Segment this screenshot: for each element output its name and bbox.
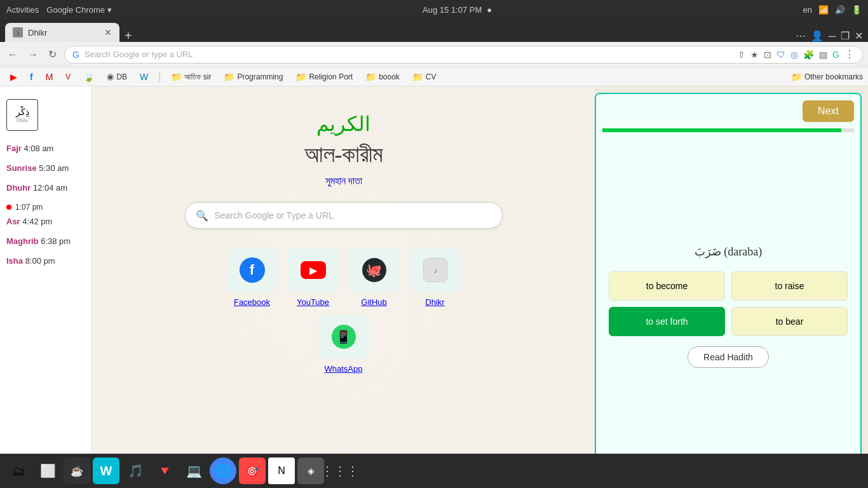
next-button[interactable]: Next [803,100,854,122]
programming-label: Programming [237,72,283,81]
system-bar: Activities Google Chrome ▾ Aug 15 1:07 P… [0,0,868,19]
search-input[interactable]: Search Google or Type a URL [215,210,334,220]
facebook-label: Facebook [234,297,270,307]
taskbar-unity[interactable]: ◈ [297,458,324,484]
tab-close-button[interactable]: ✕ [104,27,112,37]
new-tab-button[interactable]: + [125,29,132,42]
current-time-marker: 1:07 pm [6,203,85,212]
url-bar-icons: ⇧ ★ ⊡ 🛡 ◎ 🧩 ▤ G ⋮ [738,48,855,60]
quiz-panel: Next ضَرَبَ (daraba) to become to raise … [595,93,862,482]
youtube-shortcut-icon: ▶ [288,248,339,292]
bookmark-youtube[interactable]: ▶ [5,71,22,83]
bookmark-facebook[interactable]: f [25,71,38,83]
facebook-bm-icon: f [30,72,33,82]
shortcut-youtube[interactable]: ▶ YouTube [288,248,339,307]
option-raise[interactable]: to raise [731,271,848,301]
option-bear[interactable]: to bear [731,307,848,336]
reload-button[interactable]: ↻ [46,46,59,63]
sidebar-icon[interactable]: ▤ [819,50,827,60]
option-set-forth[interactable]: to set forth [609,307,725,336]
active-tab[interactable]: ذ Dhikr ✕ [5,23,119,42]
bookmark5-icon: 🍃 [83,72,94,82]
close-button[interactable]: ✕ [855,30,863,42]
folder-cv-icon: 📁 [412,72,423,82]
google-logo-icon: G [72,50,79,60]
window-controls: ⋯ 👤 ─ ❐ ✕ [796,30,863,42]
star-icon[interactable]: ★ [750,50,759,60]
read-hadith-button[interactable]: Read Hadith [688,346,769,368]
shortcut-whatsapp[interactable]: 📱 WhatsApp [318,315,369,374]
folder-programming-icon: 📁 [224,72,234,82]
taskbar-grid[interactable]: ⋮⋮⋮ [327,458,353,484]
share-icon[interactable]: ⇧ [738,50,745,60]
minimize-button[interactable]: ─ [829,30,836,42]
taskbar-chrome[interactable]: 🌐 [210,458,236,484]
bookmark-atif[interactable]: 📁 আতিফ sir [166,71,216,83]
system-bar-center: Aug 15 1:07 PM ● [423,5,492,15]
tab-title: Dhikr [28,28,47,37]
religion-label: Religion Port [309,72,353,81]
taskbar-vscode[interactable]: 💻 [180,458,207,484]
taskbar-notion[interactable]: N [268,458,295,484]
shortcut-dhikr[interactable]: ذ Dhikr [410,248,461,307]
forward-button[interactable]: → [25,46,41,63]
activities-label[interactable]: Activities [6,5,39,15]
folder-religion-icon: 📁 [295,72,306,82]
address-bar: ← → ↻ G Search Google or type a URL ⇧ ★ … [0,42,868,67]
bookmark-wp[interactable]: W [135,71,153,83]
shortcuts-row2: 📱 WhatsApp [318,315,369,374]
bookmark-cv[interactable]: 📁 CV [407,71,442,83]
shield-icon: 🛡 [776,50,785,60]
current-time-dot [6,205,11,210]
taskbar-brand[interactable]: 🎯 [239,458,266,484]
extension-icon[interactable]: 🧩 [803,50,814,60]
volume-icon: 🔊 [835,5,845,15]
github-label: GitHub [361,297,386,307]
url-text[interactable]: Search Google or type a URL [85,50,733,59]
bookmark-programming[interactable]: 📁 Programming [219,71,288,83]
bookmark-boook[interactable]: 📁 boook [360,71,405,83]
url-bar[interactable]: G Search Google or type a URL ⇧ ★ ⊡ 🛡 ◎ … [64,46,863,64]
taskbar-files[interactable]: 🗂 [5,458,32,484]
search-bar[interactable]: 🔍 Search Google or Type a URL [185,202,503,229]
quiz-content: ضَرَبَ (daraba) to become to raise to se… [596,132,860,480]
bookmark-db[interactable]: ◉ DB [102,71,132,83]
taskbar-webstorm[interactable]: W [93,458,119,484]
profile-icon[interactable]: 👤 [811,30,824,42]
prayer-time-isha: Isha 8:00 pm [6,256,85,266]
subtitle: সুমহান দাতা [325,175,362,187]
shortcut-facebook[interactable]: f Facebook [227,248,278,307]
back-button[interactable]: ← [5,46,20,63]
bookmark-religion[interactable]: 📁 Religion Port [290,71,358,83]
quiz-options: to become to raise to set forth to bear [609,271,848,336]
lang-indicator[interactable]: en [803,5,812,15]
maximize-button[interactable]: ❐ [841,30,850,42]
facebook-shortcut-icon: f [227,248,278,292]
taskbar-intellij[interactable]: ☕ [64,458,90,484]
taskbar: 🗂 ⬜ ☕ W 🎵 🔻 💻 🌐 🎯 N ◈ ⋮⋮⋮ [0,454,868,488]
taskbar-terminal[interactable]: ⬜ [34,458,61,484]
bookmark-4[interactable]: V [60,71,76,83]
vpn-icon: ◎ [790,50,798,60]
bookmarks-bar: ▶ f M V 🍃 ◉ DB W | 📁 আতিফ sir 📁 Programm… [0,67,868,86]
browser: ذ Dhikr ✕ + ⋯ 👤 ─ ❐ ✕ ← → ↻ G Search Goo… [0,19,868,488]
menu-icon[interactable]: ⋮ [844,48,855,60]
folder-boook-icon: 📁 [365,72,376,82]
tab-favicon: ذ [13,27,23,37]
minimize-icon[interactable]: ⋯ [796,30,806,42]
logo-sub: Dhikr [16,118,29,123]
shortcut-github[interactable]: 🐙 GitHub [349,248,400,307]
prayer-time-maghrib: Maghrib 6:38 pm [6,236,85,246]
taskbar-music[interactable]: 🎵 [122,458,149,484]
option-become[interactable]: to become [609,271,725,301]
bookmark-5[interactable]: 🍃 [78,71,99,83]
quiz-word: ضَرَبَ (daraba) [695,245,762,259]
boook-label: boook [379,72,400,81]
screen-icon[interactable]: ⊡ [764,50,771,60]
whatsapp-shortcut-icon: 📱 [318,315,369,359]
arabic-title: الكريم [316,112,370,136]
taskbar-vlc[interactable]: 🔻 [151,458,178,484]
bookmark-gmail[interactable]: M [41,71,58,83]
db-icon: ◉ [107,72,114,81]
other-bookmarks[interactable]: 📁 Other bookmarks [791,72,863,82]
